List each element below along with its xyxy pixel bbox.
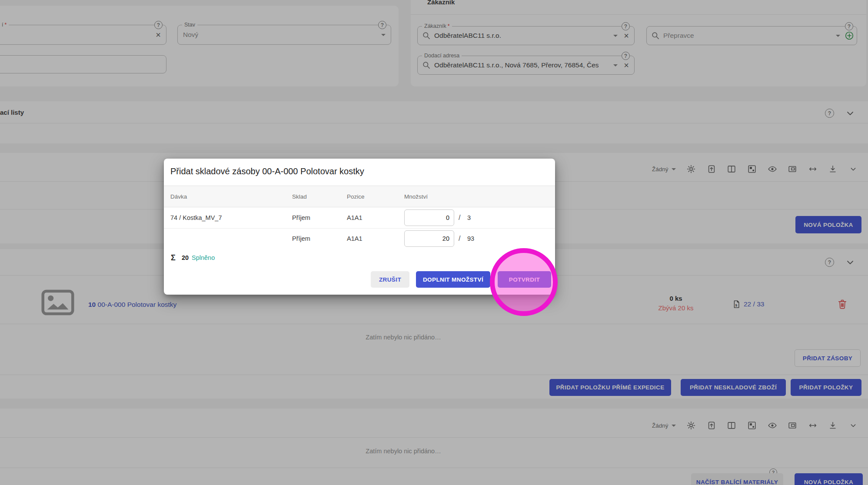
row-pozice: A1A1 [347, 235, 362, 242]
stock-row: Příjem A1A1 / 93 [164, 228, 555, 249]
column-mnozstvi: Množství [404, 193, 428, 200]
row-max-qty: 93 [467, 235, 474, 242]
column-pozice: Pozice [347, 193, 365, 200]
row-davka: 74 / Kostka_MV_7 [170, 214, 222, 221]
sigma-icon: Σ [171, 253, 176, 262]
order-detail-screen: í* ? × Stav Nový ? Zákazník Zákazník* Od… [0, 0, 868, 485]
doplnit-mnozstvi-button[interactable]: DOPLNIT MNOŽSTVÍ [416, 271, 490, 288]
quantity-input[interactable] [404, 230, 454, 247]
click-highlight-annotation [490, 248, 558, 316]
sum-total: 20 [182, 254, 189, 261]
row-sklad: Příjem [292, 214, 310, 221]
stock-row: 74 / Kostka_MV_7 Příjem A1A1 / 3 [164, 207, 555, 229]
row-slash: / [459, 235, 460, 242]
column-davka: Dávka [170, 193, 187, 200]
zrusit-button[interactable]: ZRUŠIT [371, 271, 409, 288]
column-sklad: Sklad [292, 193, 307, 200]
row-max-qty: 3 [467, 214, 471, 221]
row-slash: / [459, 214, 460, 222]
row-pozice: A1A1 [347, 214, 362, 221]
dialog-table-header: Dávka Sklad Pozice Množství [164, 186, 555, 207]
dialog-title: Přidat skladové zásoby 00-A-000 Polotova… [170, 166, 364, 176]
quantity-input[interactable] [404, 209, 454, 226]
row-sklad: Příjem [292, 235, 310, 242]
sum-status: Splněno [192, 254, 215, 261]
